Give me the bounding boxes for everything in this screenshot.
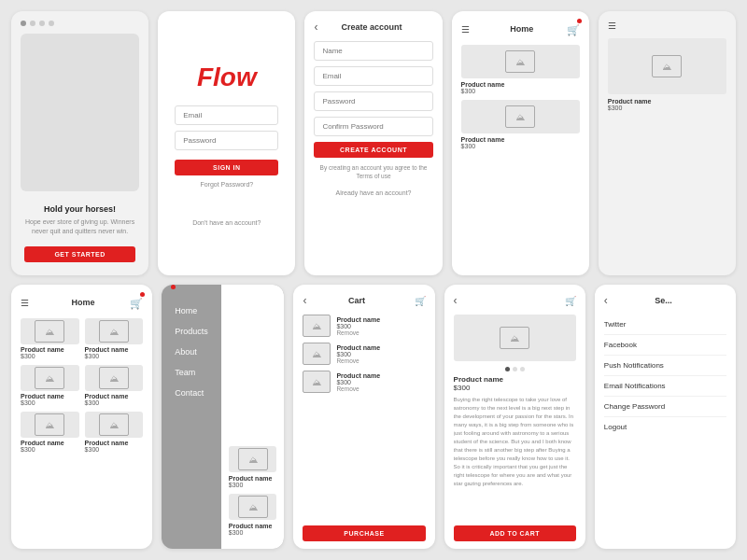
settings-card: ‹ Se... Twitter Facebook Push Notificati…: [595, 285, 736, 549]
remove-button-3[interactable]: Remove: [336, 385, 425, 392]
cart-item-image-1: [303, 315, 331, 337]
settings-item-password[interactable]: Change Password: [604, 397, 726, 417]
menu-product-panel: Product name $300 Product name $300: [221, 285, 285, 549]
back-arrow-icon[interactable]: ‹: [314, 21, 317, 34]
cart-card: ‹ Cart 🛒 Product name $300 Remove Produc…: [293, 285, 434, 549]
cart-item-name-3: Product name: [336, 372, 425, 379]
product-name-2: Product name: [461, 136, 580, 143]
dot-1: [21, 21, 26, 26]
cart-item-price-3: $300: [336, 379, 425, 385]
partial-card: ☰ Product name $300: [599, 11, 736, 275]
cart-item-price-1: $300: [336, 323, 425, 329]
remove-button-1[interactable]: Remove: [336, 329, 425, 336]
product-item-2: Product name $300: [461, 100, 580, 149]
terms-text: By creating an account you agree to the …: [314, 163, 432, 180]
menu-product-2: Product name $300: [229, 494, 277, 536]
home-grid-card: ☰ Home 🛒 Product name $300 Product name …: [11, 285, 152, 549]
home-simple-card: ☰ Home 🛒 Product name $300 Product name …: [452, 11, 589, 275]
remove-button-2[interactable]: Remove: [336, 357, 425, 364]
login-card: Flow SIGN IN Forgot Password? Don't have…: [158, 11, 295, 275]
cart-button[interactable]: 🛒: [567, 21, 580, 37]
create-account-button[interactable]: CREATE ACCOUNT: [314, 142, 432, 158]
detail-pagination-dots: [454, 367, 576, 371]
cart-item-info-2: Product name $300 Remove: [336, 344, 425, 364]
signin-button[interactable]: SIGN IN: [175, 160, 278, 175]
grid-img-1: [21, 318, 79, 344]
password-input[interactable]: [175, 131, 278, 150]
cart-icon-header[interactable]: 🛒: [415, 296, 426, 306]
onboarding-card: Hold your horses! Hope ever store of giv…: [11, 11, 148, 275]
sidebar-item-products[interactable]: Products: [162, 321, 221, 342]
cart-icon-grid: 🛒: [130, 298, 143, 309]
no-account-link[interactable]: Don't have an account?: [192, 219, 261, 226]
cart-item-image-2: [303, 343, 331, 365]
partial-product-price: $300: [608, 105, 726, 111]
sidebar-menu-card: Home Products About Team Contact Product…: [162, 285, 284, 549]
hamburger-icon[interactable]: ☰: [461, 24, 470, 35]
grid-product-name-2: Product name: [85, 346, 144, 353]
cart-notification-dot: [577, 19, 582, 23]
app-logo: Flow: [197, 63, 257, 92]
grid-product-price-1: $300: [21, 353, 79, 359]
cart-item-image-3: [303, 371, 331, 393]
cart-back-icon[interactable]: ‹: [303, 294, 306, 307]
create-account-title: Create account: [325, 22, 432, 32]
sidebar-item-team[interactable]: Team: [162, 362, 221, 383]
name-input[interactable]: [314, 41, 432, 61]
grid-product-price-4: $300: [85, 399, 144, 406]
detail-product-price: $300: [454, 384, 576, 392]
detail-back-icon[interactable]: ‹: [454, 294, 458, 307]
hamburger-icon-partial[interactable]: ☰: [608, 21, 616, 31]
list-item: Product name $300: [85, 318, 144, 359]
onboarding-illustration: [21, 34, 139, 191]
email-input[interactable]: [175, 105, 278, 125]
purchase-button[interactable]: PURCHASE: [303, 525, 425, 541]
home-grid-header: ☰ Home 🛒: [21, 294, 143, 311]
email-input[interactable]: [314, 66, 432, 86]
product-detail-card: ‹ 🛒 Product name $300 Buying the right t…: [444, 285, 585, 549]
add-to-cart-button[interactable]: ADD TO CART: [454, 525, 576, 541]
grid-img-4: [85, 365, 144, 391]
cart-button-grid[interactable]: 🛒: [130, 294, 143, 311]
cart-icon: 🛒: [567, 24, 580, 35]
settings-item-push[interactable]: Push Notifications: [604, 356, 726, 376]
menu-header: [162, 285, 221, 289]
sidebar-item-contact[interactable]: Contact: [162, 383, 221, 403]
create-account-card: ‹ Create account CREATE ACCOUNT By creat…: [304, 11, 442, 275]
menu-product-1: Product name $300: [229, 446, 277, 488]
hamburger-icon-grid[interactable]: ☰: [21, 298, 29, 308]
forgot-password-link[interactable]: Forgot Password?: [200, 181, 253, 188]
grid-product-price-3: $300: [21, 399, 79, 406]
settings-item-email[interactable]: Email Notifications: [604, 376, 726, 397]
settings-items-list: Twitter Facebook Push Notifications Emai…: [604, 315, 726, 437]
menu-panel: Home Products About Team Contact: [162, 285, 221, 549]
product-price-1: $300: [461, 88, 580, 94]
product-placeholder-1: [505, 50, 535, 73]
product-name-1: Product name: [461, 81, 580, 88]
cart-item-name-2: Product name: [336, 344, 425, 351]
settings-item-twitter[interactable]: Twitter: [604, 315, 726, 335]
get-started-button[interactable]: GET STARTED: [24, 246, 135, 262]
already-account-link[interactable]: Already have an account?: [314, 189, 432, 196]
onboarding-subtitle: Hope ever store of giving up. Winners ne…: [24, 217, 135, 236]
settings-item-facebook[interactable]: Facebook: [604, 335, 726, 356]
list-item: Product name $300 Remove: [303, 315, 425, 337]
settings-back-icon[interactable]: ‹: [604, 294, 608, 307]
settings-header: ‹ Se...: [604, 294, 726, 307]
sidebar-item-home[interactable]: Home: [162, 301, 221, 321]
password-input[interactable]: [314, 91, 432, 111]
product-image-2: [461, 100, 580, 133]
grid-product-price-2: $300: [85, 353, 144, 359]
dot-4: [49, 21, 54, 26]
cart-item-info-3: Product name $300 Remove: [336, 372, 425, 392]
detail-cart-icon[interactable]: 🛒: [565, 296, 576, 306]
dot-3: [39, 21, 45, 26]
settings-title: Se...: [615, 296, 726, 305]
sidebar-item-about[interactable]: About: [162, 342, 221, 362]
cart-dot-grid: [140, 292, 145, 297]
detail-img-placeholder: [500, 327, 529, 349]
dot-2: [30, 21, 35, 26]
detail-dot-1: [505, 367, 510, 371]
confirm-password-input[interactable]: [314, 117, 432, 136]
settings-item-logout[interactable]: Logout: [604, 417, 726, 437]
